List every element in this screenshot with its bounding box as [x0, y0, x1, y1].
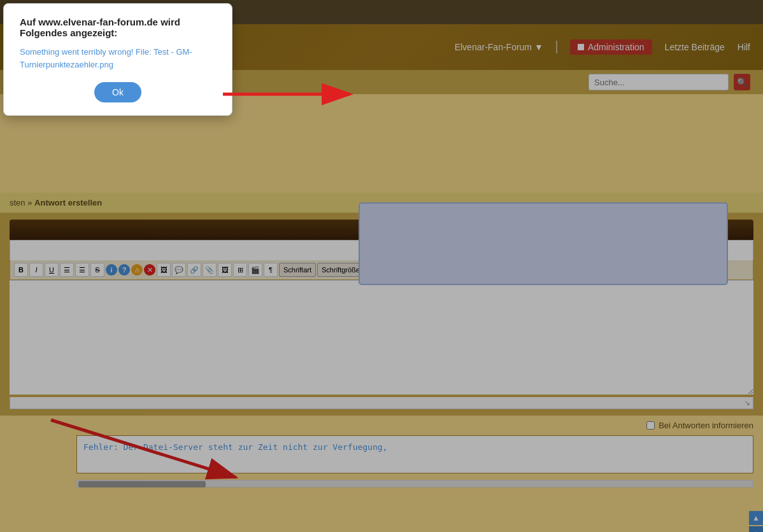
- modal-ok-button[interactable]: Ok: [94, 82, 141, 102]
- arrow-right-annotation: [217, 75, 363, 116]
- modal-title: Auf www.elvenar-fan-forum.de wird Folgen…: [20, 17, 216, 38]
- modal-message-link[interactable]: Something went terribly wrong! File: Tes…: [20, 47, 192, 69]
- modal-dialog: Auf www.elvenar-fan-forum.de wird Folgen…: [3, 3, 232, 116]
- modal-overlay: Auf www.elvenar-fan-forum.de wird Folgen…: [0, 0, 763, 532]
- modal-message: Something went terribly wrong! File: Tes…: [20, 46, 216, 71]
